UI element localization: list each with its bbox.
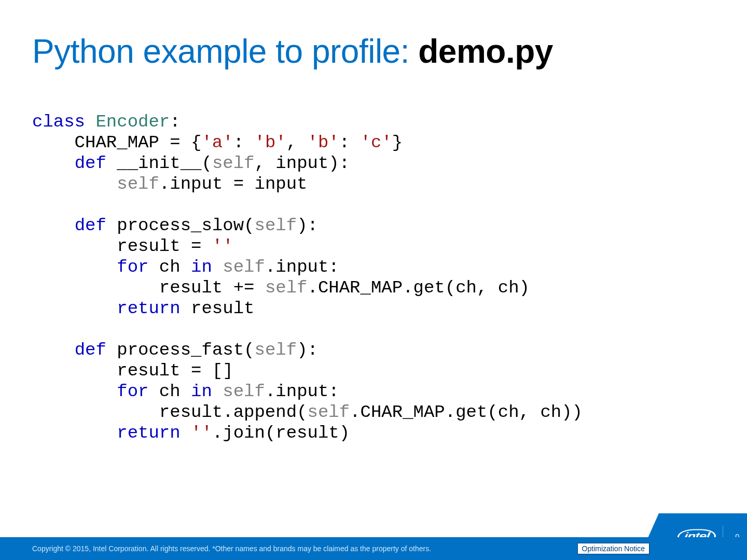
code-token: result = [] xyxy=(32,361,233,381)
code-token: self xyxy=(223,382,265,401)
code-token xyxy=(32,216,75,235)
code-token: self xyxy=(212,153,255,173)
code-token: .input: xyxy=(265,257,339,277)
code-token: self xyxy=(223,257,265,277)
code-token: ch xyxy=(159,382,191,401)
code-token: result = xyxy=(32,236,212,256)
code-token: 'b' xyxy=(308,133,339,152)
code-token xyxy=(32,423,117,443)
code-token: def xyxy=(75,340,117,360)
code-token: in xyxy=(191,257,223,277)
code-token: : xyxy=(233,133,255,152)
code-token: class xyxy=(32,112,95,132)
code-token: .join(result) xyxy=(212,423,350,443)
code-token: , input): xyxy=(255,153,350,173)
code-token: self xyxy=(255,216,297,235)
code-token: for xyxy=(117,382,159,401)
code-token: '' xyxy=(191,423,212,443)
code-block: class Encoder: CHAR_MAP = {'a': 'b', 'b'… xyxy=(32,111,583,443)
code-token: ( xyxy=(244,216,254,235)
code-token: : xyxy=(339,133,361,152)
code-token: in xyxy=(191,382,223,401)
code-token xyxy=(32,299,117,318)
code-token: .CHAR_MAP.get(ch, ch) xyxy=(308,278,530,298)
code-token: ( xyxy=(201,153,212,173)
code-token xyxy=(32,382,117,401)
code-token xyxy=(32,153,75,173)
code-token: 'c' xyxy=(361,133,392,152)
code-token xyxy=(32,340,75,360)
code-token: process_fast xyxy=(117,340,244,360)
slide: Python example to profile: demo.py class… xyxy=(0,0,747,560)
code-token: return xyxy=(117,299,191,318)
code-token: ): xyxy=(297,216,318,235)
code-token: ): xyxy=(297,340,318,360)
code-token: self xyxy=(255,340,297,360)
code-token: def xyxy=(75,153,117,173)
code-token: result.append( xyxy=(32,402,308,422)
code-token: .input: xyxy=(265,382,339,401)
code-token: return xyxy=(117,423,191,443)
code-token: , xyxy=(286,133,308,152)
title-filename: demo.py xyxy=(418,33,553,70)
code-token: for xyxy=(117,257,159,277)
code-token: process_slow xyxy=(117,216,244,235)
code-token: result += xyxy=(32,278,265,298)
footer-bar: Copyright © 2015, Intel Corporation. All… xyxy=(0,537,747,560)
code-token: } xyxy=(392,133,403,152)
code-token: self xyxy=(265,278,308,298)
optimization-notice-badge: Optimization Notice xyxy=(577,543,649,554)
code-token: result xyxy=(191,299,254,318)
code-token: 'b' xyxy=(254,133,286,152)
code-token: .input = input xyxy=(159,174,308,194)
slide-title: Python example to profile: demo.py xyxy=(32,32,553,71)
code-token xyxy=(32,174,117,194)
code-token: Encoder xyxy=(95,112,170,132)
code-token: CHAR_MAP = { xyxy=(32,133,201,152)
title-prefix: Python example to profile: xyxy=(32,33,418,70)
code-token: : xyxy=(170,112,180,132)
code-token xyxy=(32,257,117,277)
code-token: 'a' xyxy=(201,133,233,152)
code-token: ch xyxy=(159,257,191,277)
copyright-text: Copyright © 2015, Intel Corporation. All… xyxy=(32,544,577,553)
code-token: self xyxy=(117,174,159,194)
code-token: def xyxy=(75,216,117,235)
code-token: __init__ xyxy=(117,153,201,173)
code-token: ( xyxy=(244,340,254,360)
code-token: self xyxy=(308,402,350,422)
code-token: '' xyxy=(212,236,233,256)
code-token: .CHAR_MAP.get(ch, ch)) xyxy=(350,402,583,422)
